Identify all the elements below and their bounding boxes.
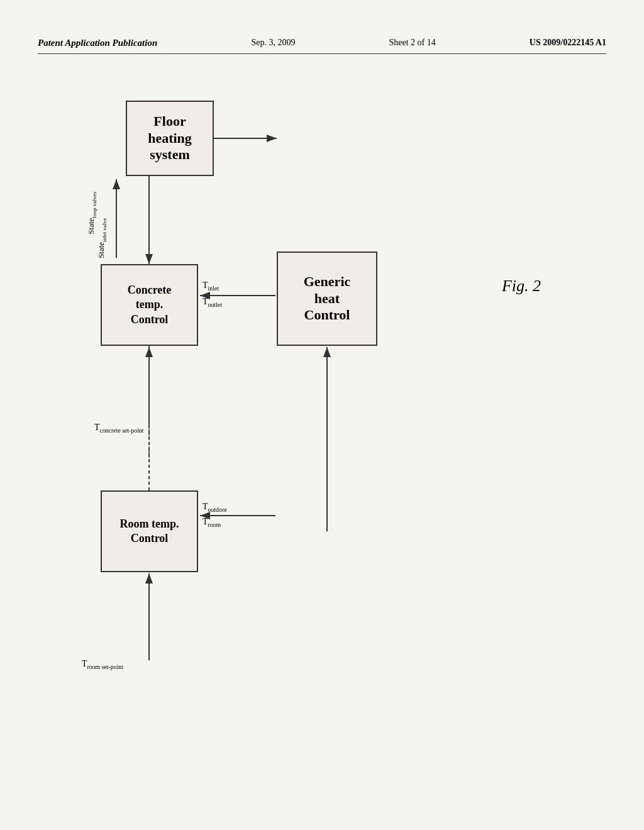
floor-heating-line2: heating — [148, 130, 192, 147]
loop-valves-sub: loop valves — [91, 192, 97, 218]
figure-label: Fig. 2 — [502, 277, 541, 296]
svg-marker-5 — [113, 179, 120, 189]
publication-date: Sep. 3, 2009 — [251, 38, 295, 48]
t-room-setpoint-label: Troom set-point — [82, 659, 123, 670]
svg-marker-10 — [145, 347, 153, 357]
inlet-valve-sub: inlet valve — [101, 218, 108, 242]
svg-marker-1 — [145, 254, 153, 264]
svg-marker-3 — [267, 135, 277, 142]
concrete-temp-control-box: Concrete temp. Control — [101, 264, 198, 346]
diagram-svg — [63, 82, 553, 792]
t-room-label: Troom — [203, 517, 221, 528]
state-inlet-valve-label: Stateinlet valve — [96, 218, 108, 258]
t-concrete-setpoint-sub: concrete set-point — [100, 427, 144, 434]
generic-heat-control-box: Generic heat Control — [277, 252, 377, 346]
room-temp-control-box: Room temp. Control — [101, 490, 198, 572]
t-outlet-sub: outlet — [208, 301, 222, 308]
generic-line3: Control — [304, 307, 350, 323]
t-inlet-label: Tinlet — [203, 280, 219, 292]
room-line2: Control — [131, 531, 169, 546]
patent-number: US 2009/0222145 A1 — [530, 38, 606, 48]
concrete-line1: Concrete — [128, 283, 172, 297]
svg-marker-16 — [145, 573, 153, 584]
t-room-setpoint-sub: room set-point — [87, 663, 123, 670]
state-loop-valves-label: Stateloop valves — [86, 192, 97, 235]
floor-heating-line3: system — [150, 147, 190, 163]
t-inlet-sub: inlet — [208, 285, 219, 292]
publication-label: Patent Application Publication — [38, 38, 157, 48]
generic-line1: Generic — [304, 274, 351, 290]
patent-diagram: Floor heating system Concrete temp. Cont… — [63, 82, 553, 792]
page-header: Patent Application Publication Sep. 3, 2… — [38, 38, 606, 54]
sheet-info: Sheet 2 of 14 — [389, 38, 435, 48]
t-room-sub: room — [208, 521, 221, 528]
generic-line2: heat — [314, 290, 340, 307]
t-outdoor-label: Toutdoor — [203, 502, 227, 513]
svg-marker-12 — [323, 347, 331, 357]
concrete-line2: temp. — [136, 297, 164, 312]
t-concrete-setpoint-label: Tconcrete set-point — [94, 423, 143, 434]
room-line1: Room temp. — [120, 517, 179, 531]
concrete-line3: Control — [131, 313, 169, 327]
t-outdoor-sub: outdoor — [208, 506, 227, 513]
floor-heating-system-box: Floor heating system — [126, 101, 214, 176]
floor-heating-line1: Floor — [153, 113, 186, 130]
t-outlet-label: Toutlet — [203, 297, 222, 308]
